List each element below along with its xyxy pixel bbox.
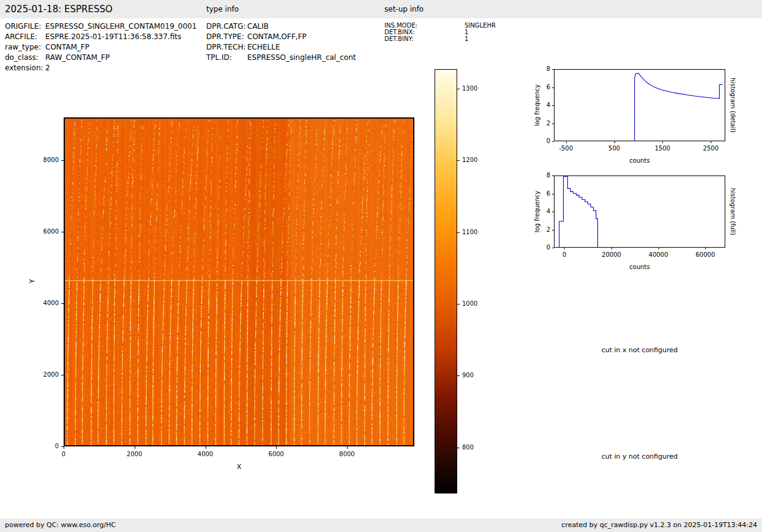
hist-detail-x-tick-label: 500 [597,145,632,152]
hist-full-line [559,177,598,247]
meta-label: DPR.TECH: [206,43,247,51]
main-x-tick-label: 4000 [190,451,221,457]
meta-label: DET.BINY: [384,35,465,42]
raw-frame-image [65,119,413,445]
meta-row: DET.BINX:1 [384,29,496,35]
hist-full-x-tick-mark [705,248,706,249]
main-y-tick-label: 6000 [34,228,59,235]
hist-detail-frame [554,69,725,141]
hist-full-side-label: histogram (full) [730,188,736,235]
meta-row: INS.MODE:SINGLEHR [384,22,496,29]
hist-detail-x-tick-mark [566,141,567,143]
meta-value: 2 [45,64,50,72]
footer-credit: powered by QC: www.eso.org/HC [5,519,116,532]
main-x-tick-label: 0 [48,451,79,457]
hist-detail-y-tick-label: 8 [542,65,550,72]
hist-detail-y-tick-mark [552,87,554,88]
qc-report-page: 2025-01-18: ESPRESSO type info set-up in… [0,0,762,532]
cut-x-message: cut in x not configured [554,346,725,354]
meta-label: extension: [5,64,45,72]
main-y-tick-label: 8000 [34,157,59,163]
meta-row: DPR.TECH:ECHELLE [206,43,356,53]
meta-value: ECHELLE [247,43,280,51]
hist-full-y-tick-mark [552,212,554,212]
hist-full-frame [554,175,725,248]
meta-value: 1 [465,29,468,35]
setup-info-block: INS.MODE:SINGLEHRDET.BINX:1DET.BINY:1 [384,22,496,42]
setup-info-heading: set-up info [384,0,424,18]
hist-full-y-tick-label: 2 [542,226,550,233]
meta-row: TPL.ID:ESPRESSO_singleHR_cal_cont [206,53,356,64]
hist-full-y-tick-label: 0 [542,244,550,251]
hist-detail-x-tick-label: -500 [549,145,583,152]
hist-full-x-tick-label: 0 [547,251,581,258]
hist-detail-x-tick-label: 1500 [645,145,679,152]
main-y-tick-mark [61,375,64,375]
meta-row: extension:2 [5,64,196,74]
hist-detail-x-tick-mark [614,141,615,143]
colorbar-tick-label: 1000 [462,300,487,307]
main-x-tick-mark [206,446,206,449]
hist-full-y-tick-label: 8 [542,172,550,179]
hist-detail-y-tick-label: 4 [542,102,550,108]
hist-full-ylabel: log frequency [534,191,540,233]
hist-full-x-tick-label: 20000 [594,251,629,258]
meta-label: ORIGFILE: [5,22,45,31]
header-bar: 2025-01-18: ESPRESSO type info set-up in… [0,0,762,18]
main-y-tick-mark [61,160,64,161]
hist-full-x-tick-mark [659,248,659,249]
main-x-tick-mark [347,446,348,449]
hist-full-x-tick-label: 60000 [688,251,722,258]
main-y-tick-mark [61,303,64,304]
hist-detail-line [635,73,723,141]
hist-detail-xlabel: counts [554,157,725,164]
meta-value: SINGLEHR [465,22,496,29]
hist-full-x-tick-mark [611,248,612,249]
meta-label: TPL.ID: [206,53,247,62]
main-x-tick-label: 8000 [332,451,362,457]
meta-label: do_class: [5,53,45,62]
main-x-tick-label: 6000 [261,451,291,457]
meta-value: ESPRESSO_singleHR_cal_cont [247,53,356,62]
meta-label: DET.BINX: [384,29,465,35]
file-info-block: ORIGFILE:ESPRESSO_SINGLEHR_CONTAM019_000… [5,22,196,74]
colorbar-tick-label: 1300 [462,85,487,92]
meta-row: ARCFILE:ESPRE.2025-01-19T11:36:58.337.fi… [5,32,196,43]
cut-y-message: cut in y not configured [554,453,725,460]
colorbar-tick-mark [457,89,460,89]
hist-detail-x-tick-label: 2500 [693,145,728,152]
hist-detail-y-tick-label: 0 [542,138,550,144]
main-x-tick-label: 2000 [119,451,150,457]
x-axis-label: X [64,463,414,471]
page-title: 2025-01-18: ESPRESSO [5,0,113,18]
hist-full-x-tick-mark [564,248,565,249]
meta-value: ESPRE.2025-01-19T11:36:58.337.fits [45,32,181,41]
meta-label: ARCFILE: [5,32,45,41]
raw-frame-plot [64,117,414,446]
colorbar-tick-mark [457,448,460,448]
hist-detail-x-tick-mark [711,141,711,143]
y-axis-label: Y [28,279,36,284]
hist-full-y-tick-label: 4 [542,208,550,215]
hist-full-y-tick-label: 6 [542,190,550,197]
hist-detail-y-tick-mark [552,124,554,124]
main-y-tick-mark [61,232,64,232]
meta-row: raw_type:CONTAM_FP [5,43,196,53]
hist-full-x-tick-label: 40000 [641,251,676,258]
hist-full-y-tick-mark [552,194,554,194]
hist-detail-y-tick-mark [552,105,554,106]
meta-row: ORIGFILE:ESPRESSO_SINGLEHR_CONTAM019_000… [5,22,196,32]
colorbar-tick-mark [457,160,460,161]
meta-value: CONTAM_FP [45,43,89,51]
meta-label: DPR.CATG: [206,22,247,31]
meta-value: CONTAM,OFF,FP [247,32,307,41]
hist-full-y-tick-mark [552,175,554,176]
hist-detail-y-tick-mark [552,69,554,70]
hist-detail-x-tick-mark [662,141,663,143]
main-x-tick-mark [276,446,277,449]
meta-label: raw_type: [5,43,45,51]
meta-value: RAW_CONTAM_FP [45,53,110,62]
main-y-tick-mark [61,446,64,447]
main-y-tick-label: 2000 [34,371,59,378]
hist-detail-plot [555,70,725,141]
